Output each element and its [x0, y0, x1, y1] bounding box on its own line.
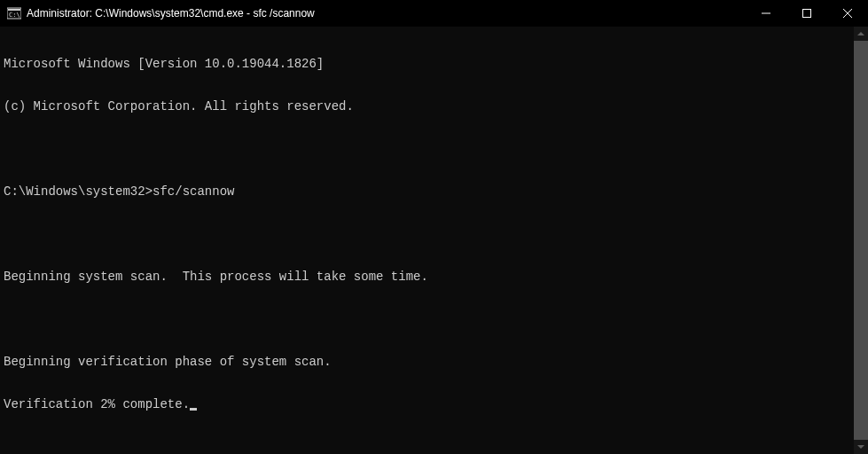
maximize-button[interactable] — [786, 0, 827, 27]
cmd-icon: C:\ — [7, 6, 21, 20]
scrollbar-thumb[interactable] — [854, 41, 868, 440]
terminal-line: Microsoft Windows [Version 10.0.19044.18… — [4, 57, 854, 71]
scrollbar-up-button[interactable] — [854, 27, 868, 41]
minimize-button[interactable] — [746, 0, 786, 27]
terminal-line — [4, 227, 854, 241]
terminal-output[interactable]: Microsoft Windows [Version 10.0.19044.18… — [0, 27, 854, 454]
window-titlebar: C:\ Administrator: C:\Windows\system32\c… — [0, 0, 868, 27]
window-controls — [746, 0, 868, 27]
terminal-cursor — [190, 408, 197, 411]
terminal-line: (c) Microsoft Corporation. All rights re… — [4, 99, 854, 114]
svg-rect-4 — [803, 10, 811, 18]
terminal-line — [4, 312, 854, 326]
close-button[interactable] — [827, 0, 868, 27]
svg-text:C:\: C:\ — [9, 12, 20, 19]
chevron-up-icon — [857, 32, 864, 35]
maximize-icon — [802, 9, 811, 18]
scrollbar-down-button[interactable] — [854, 440, 868, 454]
terminal-line: C:\Windows\system32>sfc/scannow — [4, 184, 854, 199]
svg-marker-8 — [857, 445, 864, 449]
terminal-line: Beginning verification phase of system s… — [4, 355, 854, 369]
svg-rect-1 — [8, 9, 20, 11]
svg-marker-7 — [857, 32, 864, 35]
terminal-line: Beginning system scan. This process will… — [4, 270, 854, 284]
minimize-icon — [762, 9, 770, 18]
terminal-line: Verification 2% complete. — [4, 397, 854, 411]
vertical-scrollbar[interactable] — [854, 27, 868, 454]
close-icon — [843, 9, 852, 18]
window-title: Administrator: C:\Windows\system32\cmd.e… — [27, 7, 746, 20]
chevron-down-icon — [857, 445, 864, 449]
terminal-text: Verification 2% complete. — [4, 397, 190, 411]
terminal-area: Microsoft Windows [Version 10.0.19044.18… — [0, 27, 868, 454]
terminal-line — [4, 142, 854, 156]
